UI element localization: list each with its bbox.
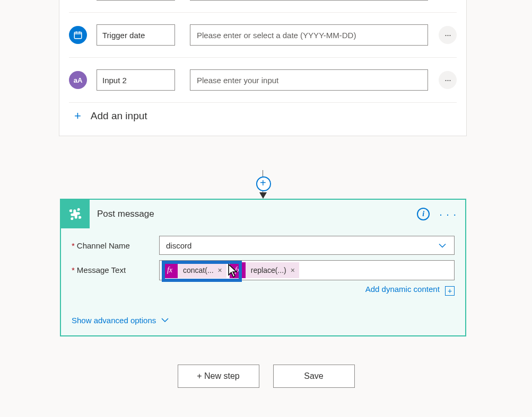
param-value-input[interactable]: Please enter or select a date (YYYY-MM-D…	[190, 24, 428, 46]
param-value-input[interactable]: Please enter your input	[190, 69, 428, 91]
channel-label: *Channel Name	[72, 236, 159, 250]
calendar-icon	[69, 26, 87, 44]
slack-icon	[61, 200, 90, 228]
param-value-input[interactable]	[190, 0, 428, 1]
fx-icon: fx	[162, 262, 178, 278]
trigger-input-row: ···	[69, 0, 457, 13]
info-icon[interactable]: i	[417, 208, 430, 220]
row-menu-button[interactable]: ···	[439, 26, 457, 44]
trigger-input-row: Trigger date Please enter or select a da…	[69, 13, 457, 58]
expression-token[interactable]: fx concat(... ×	[162, 262, 226, 278]
plus-icon: +	[74, 109, 81, 123]
add-dynamic-content-link[interactable]: Add dynamic content	[365, 285, 440, 294]
channel-row: *Channel Name discord	[72, 236, 455, 255]
new-step-button[interactable]: + New step	[178, 365, 259, 388]
message-text-input[interactable]: fx concat(... × fx replace(...) ×	[159, 260, 455, 280]
text-aa-icon: aA	[69, 71, 87, 89]
insert-step-button[interactable]: +	[260, 177, 266, 189]
param-name-input[interactable]	[97, 0, 175, 1]
param-name-input[interactable]: Input 2	[97, 69, 175, 91]
action-card: Post message i · · · *Channel Name disco…	[60, 199, 466, 336]
show-advanced-options-link[interactable]: Show advanced options	[72, 316, 169, 325]
param-name-input[interactable]: Trigger date	[97, 24, 175, 46]
add-input-button[interactable]: + Add an input	[69, 103, 457, 126]
svg-rect-0	[74, 32, 82, 39]
trigger-input-row: aA Input 2 Please enter your input ···	[69, 58, 457, 103]
remove-token-icon[interactable]: ×	[291, 266, 295, 274]
message-label: *Message Text	[72, 260, 159, 274]
dynamic-content-row: Add dynamic content +	[159, 280, 455, 296]
row-menu-button[interactable]: ···	[439, 71, 457, 89]
save-button[interactable]: Save	[273, 365, 355, 388]
token-text-1: concat(...	[183, 266, 214, 274]
flow-connector: +	[263, 170, 263, 198]
arrow-down-icon	[259, 192, 267, 199]
bottom-toolbar: + New step Save	[0, 365, 532, 388]
action-title: Post message	[90, 209, 417, 219]
action-menu-button[interactable]: · · ·	[439, 208, 457, 220]
chevron-down-icon	[161, 318, 169, 323]
channel-select[interactable]: discord	[159, 236, 455, 255]
remove-token-icon[interactable]: ×	[218, 266, 222, 274]
add-input-label: Add an input	[91, 110, 147, 122]
chevron-down-icon	[438, 241, 447, 250]
action-header[interactable]: Post message i · · ·	[61, 200, 465, 228]
trigger-card: ··· Trigger date Please enter or select …	[59, 0, 467, 136]
add-dynamic-icon[interactable]: +	[445, 286, 455, 296]
token-text-2: replace(...)	[251, 266, 286, 274]
message-row: *Message Text fx concat(... × fx replace…	[72, 260, 455, 296]
expression-token[interactable]: fx replace(...) ×	[230, 262, 299, 278]
channel-value: discord	[166, 241, 191, 250]
fx-icon: fx	[230, 262, 246, 278]
